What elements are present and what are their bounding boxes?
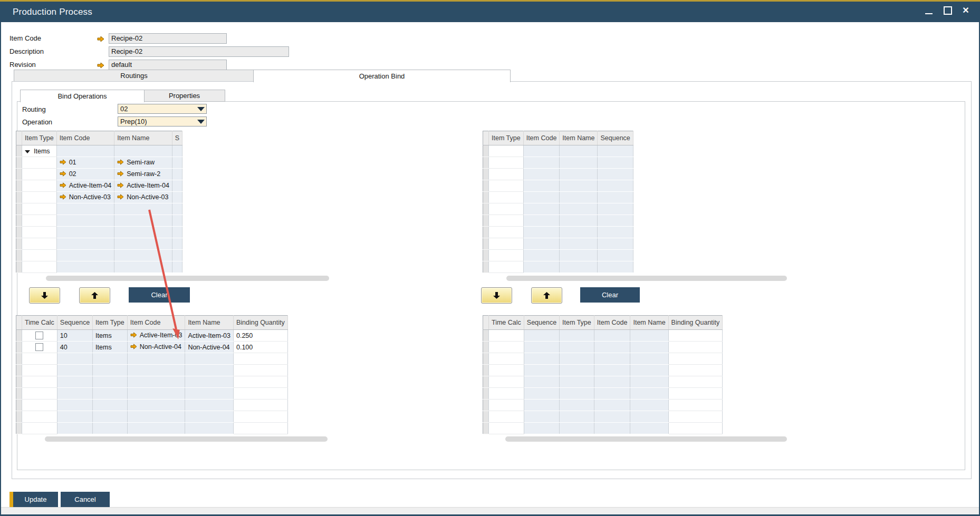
column-header[interactable]: Item Name bbox=[630, 316, 668, 330]
table-row[interactable] bbox=[16, 238, 182, 250]
cell-sequence[interactable] bbox=[524, 342, 559, 353]
table-row[interactable] bbox=[483, 215, 633, 227]
move-up-button-right[interactable] bbox=[531, 287, 562, 304]
cell-item-code[interactable] bbox=[523, 169, 560, 180]
row-selector[interactable] bbox=[483, 169, 489, 180]
time-calc-checkbox[interactable] bbox=[35, 332, 43, 339]
column-header[interactable]: Item Code bbox=[56, 131, 114, 145]
column-header[interactable]: Item Type bbox=[489, 131, 524, 145]
cell-item-code[interactable] bbox=[523, 192, 560, 203]
cell-item-type[interactable]: Items bbox=[93, 330, 128, 342]
row-selector[interactable] bbox=[483, 342, 489, 353]
cell-item-name[interactable] bbox=[630, 365, 668, 376]
cell-item-name[interactable] bbox=[185, 365, 234, 376]
row-selector[interactable] bbox=[16, 342, 22, 353]
table-row[interactable] bbox=[483, 376, 723, 388]
cell-item-code[interactable] bbox=[594, 342, 630, 353]
table-row[interactable] bbox=[483, 342, 723, 353]
hscrollbar-source-right[interactable] bbox=[506, 276, 787, 281]
table-row[interactable] bbox=[16, 353, 288, 365]
cell-item-name[interactable] bbox=[630, 330, 668, 342]
cell-item-type[interactable] bbox=[560, 342, 594, 353]
table-row[interactable] bbox=[483, 400, 723, 411]
cell-item-code[interactable] bbox=[56, 238, 114, 250]
table-row[interactable] bbox=[483, 423, 723, 434]
cell-item-name[interactable] bbox=[630, 353, 668, 365]
row-selector[interactable] bbox=[16, 261, 22, 273]
cell-sequence[interactable] bbox=[172, 227, 182, 238]
cell-item-type[interactable] bbox=[93, 423, 128, 434]
row-selector[interactable] bbox=[483, 215, 489, 227]
row-selector[interactable] bbox=[483, 203, 489, 215]
time-calc-checkbox[interactable] bbox=[35, 343, 43, 351]
cell-time-calc[interactable] bbox=[22, 376, 57, 388]
cell-sequence[interactable]: 10 bbox=[57, 330, 92, 342]
cell-binding-quantity[interactable] bbox=[668, 388, 723, 400]
column-header[interactable]: Item Type bbox=[22, 131, 57, 145]
cell-item-name[interactable] bbox=[114, 203, 172, 215]
cell-item-name[interactable] bbox=[185, 376, 234, 388]
cell-sequence[interactable] bbox=[524, 376, 559, 388]
cell-item-name[interactable] bbox=[114, 227, 172, 238]
routing-dropdown[interactable]: 02 bbox=[118, 104, 207, 114]
cell-item-type[interactable] bbox=[560, 411, 594, 423]
hscrollbar-source-left[interactable] bbox=[46, 276, 329, 281]
cell-item-name[interactable] bbox=[560, 169, 598, 180]
cell-item-type[interactable] bbox=[22, 215, 57, 227]
cell-item-code[interactable] bbox=[523, 180, 560, 192]
cell-item-code[interactable] bbox=[523, 250, 560, 261]
cell-binding-quantity[interactable] bbox=[233, 423, 287, 434]
cell-sequence[interactable] bbox=[172, 180, 182, 192]
hscrollbar-bound-left[interactable] bbox=[45, 436, 328, 442]
cell-sequence[interactable] bbox=[598, 192, 633, 203]
cell-item-type[interactable] bbox=[22, 227, 57, 238]
cell-item-type[interactable] bbox=[489, 215, 524, 227]
cell-item-type[interactable] bbox=[22, 180, 57, 192]
cell-item-code[interactable] bbox=[594, 353, 630, 365]
cell-item-type[interactable] bbox=[560, 365, 594, 376]
table-row[interactable] bbox=[483, 261, 633, 273]
cell-item-name[interactable] bbox=[560, 180, 598, 192]
row-selector[interactable] bbox=[483, 388, 489, 400]
table-row[interactable] bbox=[16, 411, 288, 423]
row-selector-header[interactable] bbox=[16, 316, 22, 330]
cell-item-type[interactable] bbox=[489, 169, 524, 180]
close-button[interactable]: ✕ bbox=[959, 0, 973, 21]
cell-item-type[interactable] bbox=[560, 388, 594, 400]
row-selector[interactable] bbox=[16, 145, 22, 157]
cell-item-code[interactable] bbox=[594, 376, 630, 388]
table-row[interactable] bbox=[16, 215, 182, 227]
cell-item-name[interactable] bbox=[560, 192, 598, 203]
clear-button-left[interactable]: Clear bbox=[129, 287, 190, 303]
cell-item-type[interactable] bbox=[560, 353, 594, 365]
cell-sequence[interactable]: 40 bbox=[57, 342, 92, 353]
cell-item-type[interactable] bbox=[93, 376, 128, 388]
row-selector[interactable] bbox=[483, 353, 489, 365]
cell-item-name[interactable] bbox=[560, 203, 598, 215]
table-row[interactable]: Active-Item-04Active-Item-04 bbox=[16, 180, 182, 192]
cell-time-calc[interactable] bbox=[22, 400, 57, 411]
move-up-button-left[interactable] bbox=[79, 287, 110, 304]
cell-item-code[interactable] bbox=[127, 411, 185, 423]
cell-item-code[interactable]: Active-Item-04 bbox=[56, 180, 114, 192]
cell-sequence[interactable] bbox=[598, 238, 633, 250]
table-row[interactable] bbox=[483, 169, 633, 180]
cell-sequence[interactable] bbox=[57, 400, 92, 411]
cell-item-name[interactable]: Semi-raw bbox=[114, 157, 172, 169]
cell-item-type[interactable] bbox=[22, 261, 57, 273]
row-selector[interactable] bbox=[16, 192, 22, 203]
expand-triangle-icon[interactable] bbox=[25, 150, 30, 153]
column-header[interactable]: Binding Quantity bbox=[668, 316, 723, 330]
row-selector[interactable] bbox=[483, 400, 489, 411]
table-row[interactable] bbox=[483, 180, 633, 192]
cell-sequence[interactable] bbox=[598, 250, 633, 261]
table-row[interactable] bbox=[16, 261, 182, 273]
cell-item-code[interactable] bbox=[523, 238, 560, 250]
cell-sequence[interactable] bbox=[598, 145, 633, 157]
column-header[interactable]: Time Calc bbox=[489, 316, 524, 330]
cell-binding-quantity[interactable] bbox=[233, 365, 287, 376]
row-selector[interactable] bbox=[483, 376, 489, 388]
row-selector[interactable] bbox=[16, 250, 22, 261]
row-selector[interactable] bbox=[16, 330, 22, 342]
cell-binding-quantity[interactable] bbox=[668, 342, 723, 353]
